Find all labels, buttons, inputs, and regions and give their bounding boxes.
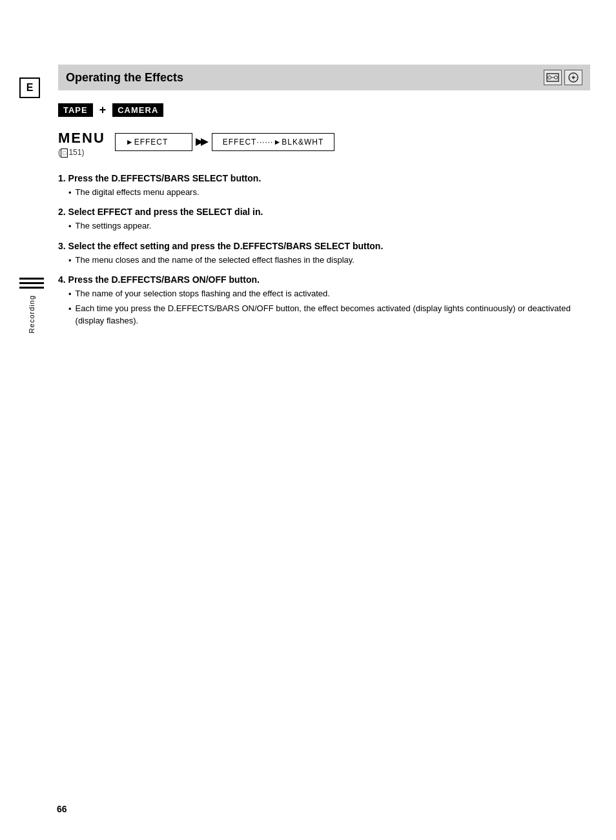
recording-line-3 bbox=[19, 287, 44, 289]
main-content: Operating the Effects bbox=[58, 65, 590, 340]
step-3-bullet-1: • The menu closes and the name of the se… bbox=[68, 254, 590, 267]
bullet-dot: • bbox=[68, 303, 72, 316]
menu-box-2: EFFECT······►BLK&WHT bbox=[212, 133, 335, 151]
step-2: 2. Select EFFECT and press the SELECT di… bbox=[58, 207, 590, 233]
step-1-heading: 1. Press the D.EFFECTS/BARS SELECT butto… bbox=[58, 173, 590, 183]
plus-sign: + bbox=[99, 103, 107, 117]
disc-icon bbox=[564, 70, 582, 85]
mode-badges: TAPE + CAMERA bbox=[58, 103, 590, 117]
page-title: Operating the Effects bbox=[66, 71, 183, 85]
svg-point-2 bbox=[555, 76, 558, 79]
e-label: E bbox=[19, 77, 40, 98]
menu-label: MENU bbox=[58, 130, 105, 147]
recording-lines bbox=[19, 278, 44, 289]
page-number: 66 bbox=[57, 804, 67, 814]
step-4-bullet-2: • Each time you press the D.EFFECTS/BARS… bbox=[68, 302, 590, 327]
steps: 1. Press the D.EFFECTS/BARS SELECT butto… bbox=[58, 173, 590, 327]
sidebar-e: E bbox=[19, 77, 45, 98]
bullet-dot: • bbox=[68, 220, 72, 233]
step-4-body: • The name of your selection stops flash… bbox=[68, 287, 590, 327]
recording-line-2 bbox=[19, 282, 44, 284]
menu-arrow bbox=[192, 132, 212, 152]
menu-section: MENU (□151) ►EFFECT EFFECT······►BLK&WHT bbox=[58, 130, 590, 158]
step-2-heading: 2. Select EFFECT and press the SELECT di… bbox=[58, 207, 590, 217]
ref-icon: □ bbox=[61, 149, 68, 158]
bullet-dot: • bbox=[68, 254, 72, 267]
step-1-bullet-1: • The digital effects menu appears. bbox=[68, 186, 590, 200]
menu-box-1: ►EFFECT bbox=[115, 133, 192, 151]
svg-point-1 bbox=[548, 76, 551, 79]
bullet-dot: • bbox=[68, 187, 72, 200]
step-4-bullet-1: • The name of your selection stops flash… bbox=[68, 287, 590, 301]
tape-icon bbox=[544, 70, 562, 85]
recording-sidebar: Recording bbox=[19, 278, 44, 333]
step-1: 1. Press the D.EFFECTS/BARS SELECT butto… bbox=[58, 173, 590, 200]
menu-ref: (□151) bbox=[58, 148, 84, 158]
step-4: 4. Press the D.EFFECTS/BARS ON/OFF butto… bbox=[58, 274, 590, 327]
step-2-body: • The settings appear. bbox=[68, 220, 590, 233]
step-2-bullet-1: • The settings appear. bbox=[68, 220, 590, 233]
step-1-body: • The digital effects menu appears. bbox=[68, 186, 590, 200]
menu-label-block: MENU (□151) bbox=[58, 130, 105, 158]
header-icons bbox=[544, 70, 582, 85]
menu-diagram: ►EFFECT EFFECT······►BLK&WHT bbox=[115, 132, 335, 152]
recording-label: Recording bbox=[28, 295, 36, 333]
step-4-heading: 4. Press the D.EFFECTS/BARS ON/OFF butto… bbox=[58, 274, 590, 285]
bullet-dot: • bbox=[68, 288, 72, 301]
step-3: 3. Select the effect setting and press t… bbox=[58, 241, 590, 267]
tape-badge: TAPE bbox=[58, 103, 93, 117]
step-3-heading: 3. Select the effect setting and press t… bbox=[58, 241, 590, 251]
step-3-body: • The menu closes and the name of the se… bbox=[68, 254, 590, 267]
recording-line-1 bbox=[19, 278, 44, 280]
header-bar: Operating the Effects bbox=[58, 65, 590, 90]
camera-badge: CAMERA bbox=[112, 103, 163, 117]
svg-marker-9 bbox=[201, 138, 209, 146]
